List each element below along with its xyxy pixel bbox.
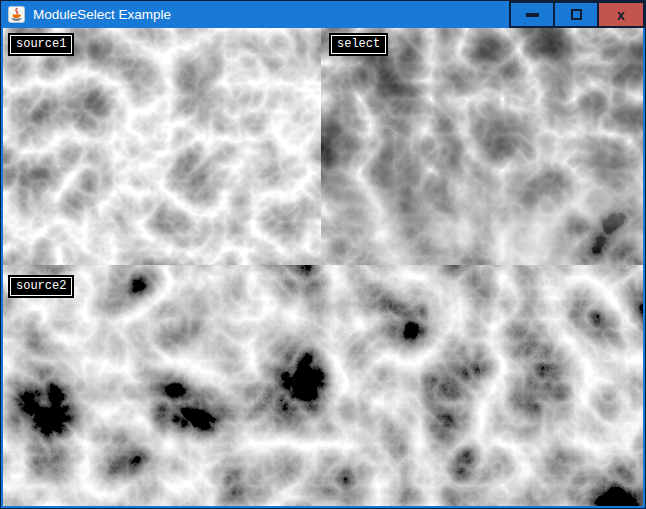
window-title: ModuleSelect Example xyxy=(33,1,171,28)
maximize-icon xyxy=(571,9,582,20)
app-window: ModuleSelect Example x xyxy=(0,0,646,509)
titlebar[interactable]: ModuleSelect Example x xyxy=(1,1,645,28)
texture-source2 xyxy=(3,265,643,506)
window-controls: x xyxy=(509,1,645,28)
label-select: select xyxy=(331,35,386,54)
texture-source1 xyxy=(3,28,321,265)
java-coffee-cup-icon xyxy=(8,6,25,23)
render-canvas: source1 select source2 xyxy=(3,28,643,506)
maximize-button[interactable] xyxy=(553,1,599,28)
minimize-button[interactable] xyxy=(509,1,555,28)
java-coffee-cup-svg xyxy=(8,6,25,23)
label-source2: source2 xyxy=(10,277,72,296)
noise-canvas xyxy=(3,28,643,506)
label-source1: source1 xyxy=(10,35,72,54)
close-button[interactable]: x xyxy=(597,1,645,28)
texture-select-grain-blend xyxy=(321,146,643,266)
minimize-icon xyxy=(526,13,539,17)
close-icon: x xyxy=(617,8,625,22)
